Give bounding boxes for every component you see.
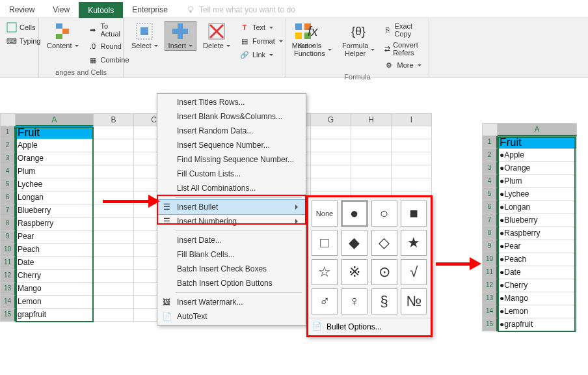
data-cell[interactable]: ●Orange <box>498 162 577 175</box>
row-header[interactable]: 11 <box>482 266 498 279</box>
empty-cell[interactable] <box>94 152 134 165</box>
empty-cell[interactable] <box>392 152 432 165</box>
kutools-functions-button[interactable]: fxKutools Functions <box>290 21 336 59</box>
col-header-i[interactable]: I <box>392 113 432 126</box>
bullet-none[interactable]: None <box>312 201 338 227</box>
col-header-a[interactable]: A <box>16 113 94 126</box>
select-button[interactable]: Select <box>127 21 162 51</box>
row-header[interactable]: 5 <box>0 178 16 191</box>
row-header[interactable]: 7 <box>482 214 498 227</box>
empty-cell[interactable] <box>94 126 134 139</box>
bullet-hollow-square[interactable]: □ <box>312 230 338 256</box>
data-cell[interactable]: ●Mango <box>498 292 577 305</box>
empty-cell[interactable] <box>351 126 392 139</box>
empty-cell[interactable] <box>94 204 134 217</box>
empty-cell[interactable] <box>311 165 351 178</box>
tab-enterprise[interactable]: Enterprise <box>123 1 177 18</box>
tab-review[interactable]: Review <box>0 1 44 18</box>
menu-batch-insert-option-buttons[interactable]: Batch Insert Option Buttons <box>157 276 306 290</box>
data-cell[interactable]: ●Blueberry <box>498 214 577 227</box>
col-header-b[interactable]: B <box>94 113 134 126</box>
empty-cell[interactable] <box>94 243 134 257</box>
data-cell[interactable]: Cherry <box>16 270 94 283</box>
row-header[interactable]: 9 <box>482 240 498 253</box>
cells-button[interactable]: Cells <box>4 21 43 34</box>
col-header-a[interactable]: A <box>498 123 577 136</box>
empty-cell[interactable] <box>311 126 351 139</box>
header-cell[interactable]: Fruit <box>498 136 577 149</box>
menu-autotext[interactable]: 📄AutoText <box>157 309 306 324</box>
row-header[interactable]: 11 <box>0 257 16 270</box>
empty-cell[interactable] <box>94 283 134 296</box>
row-header[interactable]: 8 <box>482 227 498 240</box>
convert-refers-button[interactable]: ⇄Convert Refers <box>381 40 425 58</box>
row-header[interactable]: 6 <box>482 201 498 214</box>
spreadsheet-right[interactable]: A 1Fruit2●Apple3●Orange4●Plum5●Lychee6●L… <box>482 123 577 331</box>
row-header[interactable]: 12 <box>0 270 16 283</box>
empty-cell[interactable] <box>94 270 134 283</box>
data-cell[interactable]: ●Cherry <box>498 279 577 292</box>
tab-view[interactable]: View <box>44 1 79 18</box>
delete-button[interactable]: Delete <box>199 21 234 51</box>
empty-cell[interactable] <box>94 257 134 270</box>
row-header[interactable]: 14 <box>0 296 16 309</box>
data-cell[interactable]: Lemon <box>16 296 94 309</box>
row-header[interactable]: 15 <box>0 309 16 322</box>
bullet-male-sign[interactable]: ♂ <box>312 288 338 314</box>
bullet-female-sign[interactable]: ♀ <box>341 288 368 314</box>
bullet-reference-mark[interactable]: ※ <box>341 259 368 285</box>
empty-cell[interactable] <box>311 139 351 152</box>
menu-batch-insert-checkboxes[interactable]: Batch Insert Check Boxes <box>157 262 306 276</box>
data-cell[interactable]: Blueberry <box>16 204 94 217</box>
bullet-hollow-diamond[interactable]: ◇ <box>371 230 397 256</box>
empty-cell[interactable] <box>94 309 134 322</box>
menu-list-all-combinations[interactable]: List All Combinations... <box>157 181 306 195</box>
data-cell[interactable]: Orange <box>16 152 94 165</box>
header-cell[interactable]: Fruit <box>16 126 94 139</box>
menu-insert-random-data[interactable]: Insert Random Data... <box>157 124 306 138</box>
row-header[interactable]: 3 <box>0 152 16 165</box>
data-cell[interactable]: Plum <box>16 165 94 178</box>
row-header[interactable]: 14 <box>482 305 498 318</box>
row-header[interactable]: 3 <box>482 162 498 175</box>
more-formula-button[interactable]: ⚙More <box>381 59 425 72</box>
data-cell[interactable]: ●grapfruit <box>498 318 577 331</box>
col-header-h[interactable]: H <box>351 113 392 126</box>
data-cell[interactable]: ●Apple <box>498 149 577 162</box>
row-header[interactable]: 12 <box>482 279 498 292</box>
data-cell[interactable]: ●Pear <box>498 240 577 253</box>
bullet-solid-circle[interactable]: ● <box>341 201 368 227</box>
select-all-corner[interactable] <box>0 113 16 126</box>
data-cell[interactable]: Pear <box>16 230 94 243</box>
typing-button[interactable]: ⌨Typing <box>4 35 43 48</box>
row-header[interactable]: 13 <box>0 283 16 296</box>
menu-insert-bullet[interactable]: ☰Insert Bullet <box>157 200 306 214</box>
formula-helper-button[interactable]: {θ}Formula Helper <box>338 21 379 59</box>
empty-cell[interactable] <box>392 178 432 191</box>
empty-cell[interactable] <box>94 178 134 191</box>
row-header[interactable]: 6 <box>0 191 16 204</box>
data-cell[interactable]: Lychee <box>16 178 94 191</box>
bullet-hollow-circle[interactable]: ○ <box>371 201 397 227</box>
content-button[interactable]: Content <box>43 21 83 51</box>
data-cell[interactable]: grapfruit <box>16 309 94 322</box>
bullet-options-button[interactable]: 📄Bullet Options... <box>308 318 431 335</box>
bullet-hollow-star[interactable]: ☆ <box>312 259 338 285</box>
data-cell[interactable]: Mango <box>16 283 94 296</box>
data-cell[interactable]: ●Raspberry <box>498 227 577 240</box>
menu-find-missing-sequence[interactable]: Find Missing Sequence Number... <box>157 152 306 167</box>
data-cell[interactable]: ●Lychee <box>498 188 577 201</box>
empty-cell[interactable] <box>94 139 134 152</box>
menu-fill-blank-cells[interactable]: Fill Blank Cells... <box>157 247 306 262</box>
select-all-corner[interactable] <box>482 123 498 136</box>
empty-cell[interactable] <box>311 152 351 165</box>
menu-fill-custom-lists[interactable]: Fill Custom Lists... <box>157 167 306 181</box>
data-cell[interactable]: ●Date <box>498 266 577 279</box>
data-cell[interactable]: Apple <box>16 139 94 152</box>
row-header[interactable]: 10 <box>0 243 16 257</box>
menu-insert-date[interactable]: Insert Date... <box>157 233 306 247</box>
empty-cell[interactable] <box>351 152 392 165</box>
bullet-circled-dot[interactable]: ⊙ <box>371 259 397 285</box>
row-header[interactable]: 2 <box>0 139 16 152</box>
data-cell[interactable]: Date <box>16 257 94 270</box>
